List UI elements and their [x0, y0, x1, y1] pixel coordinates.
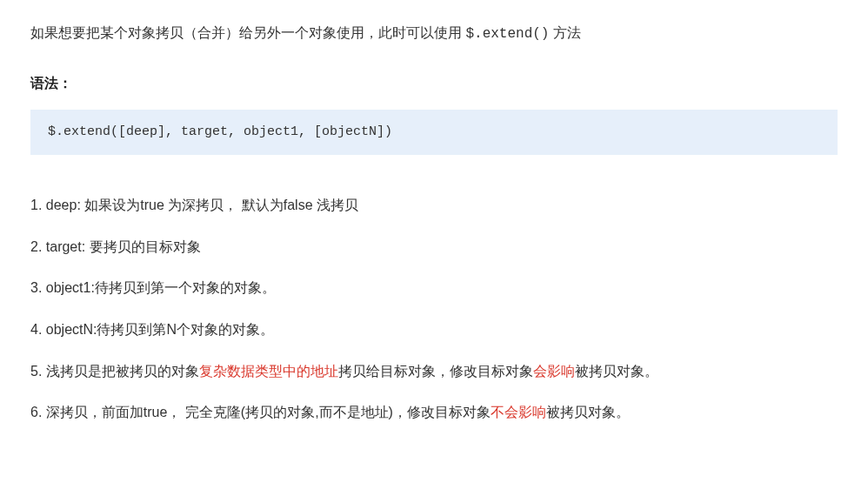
list-item-text: 被拷贝对象。 — [575, 364, 658, 379]
list-item-number: 5. — [30, 364, 42, 379]
list-item-text: deep: 如果设为true 为深拷贝， 默认为false 浅拷贝 — [42, 198, 358, 212]
intro-suffix: 方法 — [549, 25, 580, 40]
list-item: 4. objectN:待拷贝到第N个对象的对象。 — [30, 318, 838, 341]
list-item-text: objectN:待拷贝到第N个对象的对象。 — [42, 322, 274, 337]
list-item-text: object1:待拷贝到第一个对象的对象。 — [42, 280, 275, 295]
highlight-text: 会影响 — [533, 364, 575, 379]
list-item-number: 3. — [30, 280, 42, 295]
list-item-number: 1. — [30, 198, 42, 212]
parameter-list: 1. deep: 如果设为true 为深拷贝， 默认为false 浅拷贝2. t… — [30, 194, 838, 424]
highlight-text: 复杂数据类型中的地址 — [199, 364, 338, 379]
list-item-number: 6. — [30, 405, 42, 419]
intro-code: $.extend() — [465, 26, 549, 42]
list-item: 1. deep: 如果设为true 为深拷贝， 默认为false 浅拷贝 — [30, 194, 838, 217]
list-item-text: 浅拷贝是把被拷贝的对象 — [42, 364, 198, 379]
list-item-number: 4. — [30, 322, 42, 337]
code-block: $.extend([deep], target, object1, [objec… — [30, 110, 838, 155]
list-item: 2. target: 要拷贝的目标对象 — [30, 236, 838, 258]
list-item-text: 被拷贝对象。 — [546, 405, 630, 419]
list-item-text: 拷贝给目标对象，修改目标对象 — [338, 364, 533, 379]
intro-prefix: 如果想要把某个对象拷贝（合并）给另外一个对象使用，此时可以使用 — [30, 25, 465, 40]
list-item-number: 2. — [30, 239, 42, 254]
syntax-heading: 语法： — [30, 72, 838, 95]
highlight-text: 不会影响 — [491, 405, 546, 419]
list-item: 6. 深拷贝，前面加true， 完全克隆(拷贝的对象,而不是地址)，修改目标对象… — [30, 401, 838, 424]
intro-paragraph: 如果想要把某个对象拷贝（合并）给另外一个对象使用，此时可以使用 $.extend… — [30, 22, 838, 46]
list-item-text: 深拷贝，前面加true， 完全克隆(拷贝的对象,而不是地址)，修改目标对象 — [42, 405, 491, 419]
list-item-text: target: 要拷贝的目标对象 — [42, 239, 200, 254]
list-item: 5. 浅拷贝是把被拷贝的对象复杂数据类型中的地址拷贝给目标对象，修改目标对象会影… — [30, 360, 838, 383]
list-item: 3. object1:待拷贝到第一个对象的对象。 — [30, 277, 838, 299]
